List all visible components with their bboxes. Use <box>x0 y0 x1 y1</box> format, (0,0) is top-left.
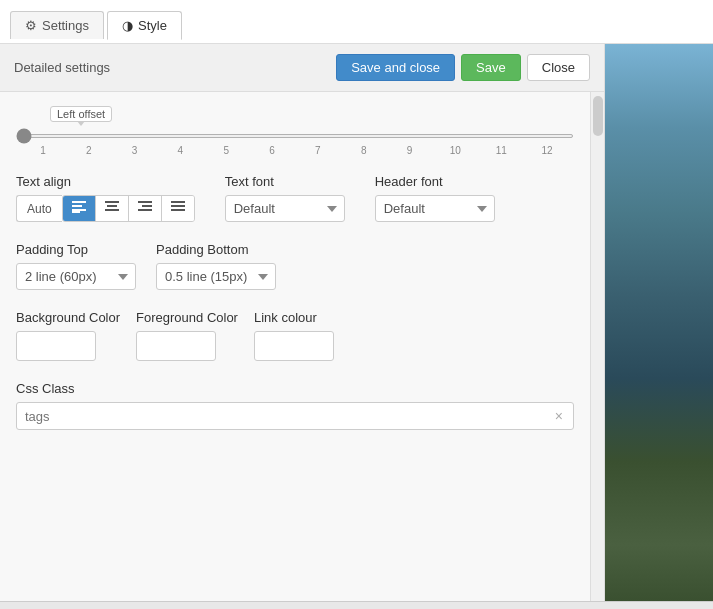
settings-panel: Detailed settings Save and close Save Cl… <box>0 44 605 601</box>
header-font-label: Header font <box>375 174 495 189</box>
tick-3: 3 <box>112 145 158 156</box>
css-class-label: Css Class <box>16 381 574 396</box>
css-class-input[interactable] <box>25 409 553 424</box>
link-colour-swatch[interactable] <box>254 331 334 361</box>
tags-clear-icon[interactable]: × <box>553 408 565 424</box>
svg-rect-5 <box>107 205 117 207</box>
tick-5: 5 <box>203 145 249 156</box>
padding-top-group: Padding Top 2 line (60px) 0 line (0px) 0… <box>16 242 136 290</box>
tick-10: 10 <box>432 145 478 156</box>
background-color-group: Background Color <box>16 310 120 361</box>
tick-2: 2 <box>66 145 112 156</box>
save-button[interactable]: Save <box>461 54 521 81</box>
text-font-select[interactable]: Default Arial Georgia Verdana <box>225 195 345 222</box>
padding-row: Padding Top 2 line (60px) 0 line (0px) 0… <box>16 242 574 290</box>
background-image-panel <box>605 44 713 601</box>
slider-ticks: 1 2 3 4 5 6 7 8 9 10 11 12 <box>16 145 574 156</box>
tick-7: 7 <box>295 145 341 156</box>
align-buttons-container: Auto <box>16 195 195 222</box>
panel-body: Left offset 1 2 3 4 5 6 7 8 9 <box>0 92 590 601</box>
tab-settings-label: Settings <box>42 18 89 33</box>
foreground-color-label: Foreground Color <box>136 310 238 325</box>
align-justify-icon <box>171 201 185 213</box>
tick-9: 9 <box>387 145 433 156</box>
header-font-group: Header font Default Arial Georgia Verdan… <box>375 174 495 222</box>
link-colour-label: Link colour <box>254 310 334 325</box>
header-buttons: Save and close Save Close <box>336 54 590 81</box>
text-align-group: Text align Auto <box>16 174 195 222</box>
svg-rect-11 <box>171 205 185 207</box>
link-colour-group: Link colour <box>254 310 334 361</box>
style-icon: ◑ <box>122 18 133 33</box>
settings-panel-inner: Left offset 1 2 3 4 5 6 7 8 9 <box>0 92 604 601</box>
svg-rect-12 <box>171 209 185 211</box>
left-offset-slider[interactable] <box>16 134 574 138</box>
tick-4: 4 <box>157 145 203 156</box>
align-left-button[interactable] <box>63 196 96 221</box>
tab-bar: ⚙ Settings ◑ Style <box>0 0 713 44</box>
align-center-button[interactable] <box>96 196 129 221</box>
main-area: Detailed settings Save and close Save Cl… <box>0 44 713 601</box>
svg-rect-6 <box>105 209 119 211</box>
tab-settings[interactable]: ⚙ Settings <box>10 11 104 39</box>
bottom-bar <box>0 601 713 609</box>
tick-12: 12 <box>524 145 570 156</box>
css-class-section: Css Class × <box>16 381 574 430</box>
padding-top-label: Padding Top <box>16 242 136 257</box>
align-buttons <box>62 195 195 222</box>
font-settings-row: Text align Auto <box>16 174 574 222</box>
text-align-label: Text align <box>16 174 195 189</box>
align-left-icon <box>72 201 86 213</box>
padding-bottom-label: Padding Bottom <box>156 242 276 257</box>
slider-tooltip: Left offset <box>50 106 112 122</box>
padding-bottom-group: Padding Bottom 0.5 line (15px) 0 line (0… <box>156 242 276 290</box>
align-right-button[interactable] <box>129 196 162 221</box>
align-right-icon <box>138 201 152 213</box>
scrollbar[interactable] <box>590 92 604 601</box>
color-row: Background Color Foreground Color Link c… <box>16 310 574 361</box>
gear-icon: ⚙ <box>25 18 37 33</box>
foreground-color-group: Foreground Color <box>136 310 238 361</box>
padding-bottom-select[interactable]: 0.5 line (15px) 0 line (0px) 1 line (30p… <box>156 263 276 290</box>
tab-style[interactable]: ◑ Style <box>107 11 182 40</box>
align-justify-button[interactable] <box>162 196 194 221</box>
slider-section: Left offset 1 2 3 4 5 6 7 8 9 <box>16 106 574 156</box>
text-font-group: Text font Default Arial Georgia Verdana <box>225 174 345 222</box>
tick-11: 11 <box>478 145 524 156</box>
text-font-label: Text font <box>225 174 345 189</box>
align-center-icon <box>105 201 119 213</box>
svg-rect-2 <box>72 209 86 211</box>
header-font-select[interactable]: Default Arial Georgia Verdana <box>375 195 495 222</box>
tick-8: 8 <box>341 145 387 156</box>
svg-rect-7 <box>138 201 152 203</box>
tick-6: 6 <box>249 145 295 156</box>
svg-rect-0 <box>72 201 86 203</box>
save-and-close-button[interactable]: Save and close <box>336 54 455 81</box>
close-button[interactable]: Close <box>527 54 590 81</box>
svg-rect-8 <box>142 205 152 207</box>
panel-title: Detailed settings <box>14 60 110 75</box>
svg-rect-10 <box>171 201 185 203</box>
svg-rect-1 <box>72 205 82 207</box>
panel-header: Detailed settings Save and close Save Cl… <box>0 44 604 92</box>
foreground-color-swatch[interactable] <box>136 331 216 361</box>
background-color-swatch[interactable] <box>16 331 96 361</box>
background-color-label: Background Color <box>16 310 120 325</box>
slider-container <box>16 126 574 141</box>
tab-style-label: Style <box>138 18 167 33</box>
align-auto-button[interactable]: Auto <box>16 195 62 222</box>
tags-input-wrapper: × <box>16 402 574 430</box>
tick-1: 1 <box>20 145 66 156</box>
svg-rect-3 <box>72 211 80 213</box>
padding-top-select[interactable]: 2 line (60px) 0 line (0px) 0.5 line (15p… <box>16 263 136 290</box>
svg-rect-9 <box>138 209 152 211</box>
svg-rect-4 <box>105 201 119 203</box>
scroll-thumb <box>593 96 603 136</box>
